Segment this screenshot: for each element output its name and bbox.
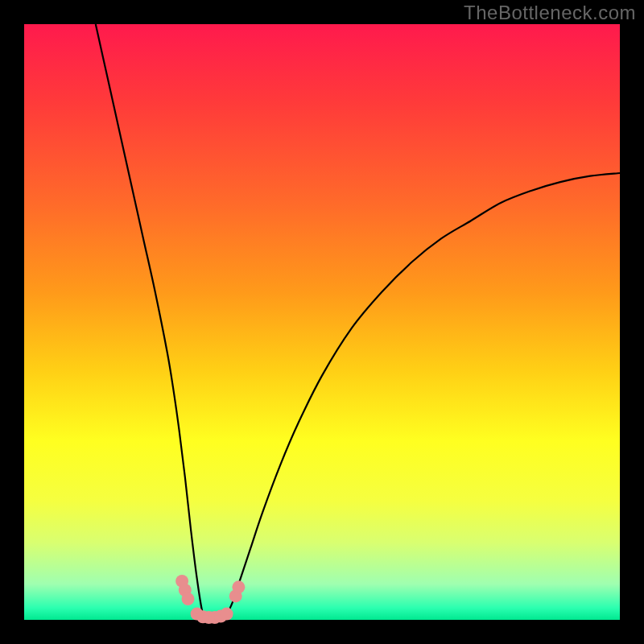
marker-point — [221, 608, 233, 621]
curve-line — [96, 24, 620, 621]
watermark-text: TheBottleneck.com — [464, 2, 636, 24]
curve-svg — [24, 24, 620, 620]
marker-point — [232, 580, 245, 593]
chart-frame: TheBottleneck.com — [0, 0, 644, 644]
highlight-markers — [175, 575, 245, 624]
plot-area — [24, 24, 620, 620]
marker-point — [182, 592, 195, 605]
